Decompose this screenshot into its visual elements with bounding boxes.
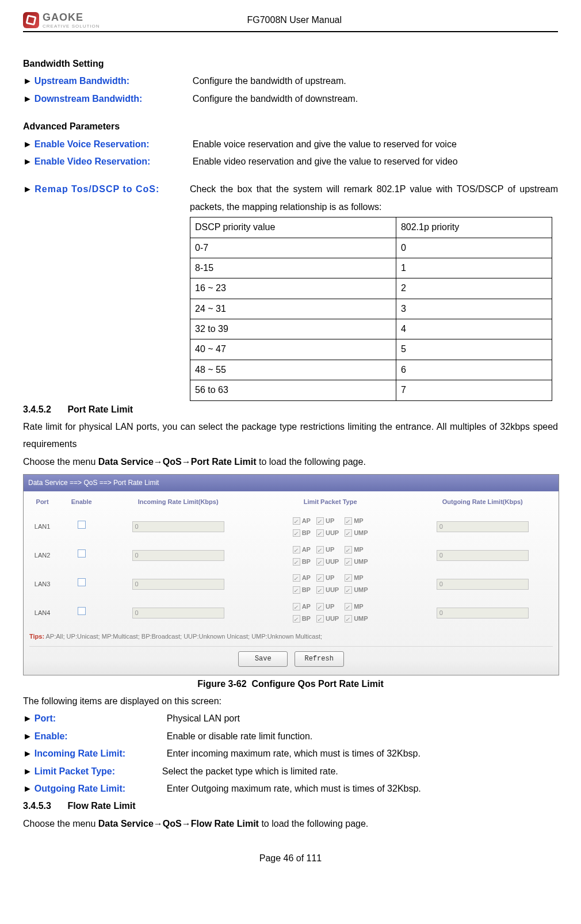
param-remap: ► Remap Tos/DSCP to CoS: Check the box t… <box>23 181 558 216</box>
checkbox-icon[interactable] <box>293 574 300 582</box>
save-button[interactable]: Save <box>238 651 288 667</box>
triangle-icon: ► <box>23 90 32 108</box>
packet-type-group: AP UP MP BP UUP UMP <box>257 515 404 539</box>
desc-downstream: Configure the bandwidth of downstream. <box>193 90 558 108</box>
outgoing-rate-input[interactable]: 0 <box>437 579 529 590</box>
param-incoming: ► Incoming Rate Limit: Enter incoming ma… <box>23 745 558 762</box>
param-upstream: ► Upstream Bandwidth: Configure the band… <box>23 72 558 90</box>
desc-port: Physical LAN port <box>167 710 558 727</box>
param-limit-packet-type: ►Limit Packet Type: Select the packet ty… <box>23 763 558 780</box>
packet-type-group: AP UP MP BP UUP UMP <box>257 601 404 625</box>
checkbox-icon[interactable] <box>345 546 352 553</box>
checkbox-icon[interactable] <box>316 558 324 566</box>
term-incoming: Incoming Rate Limit: <box>35 745 167 762</box>
checkbox-icon[interactable] <box>316 574 324 582</box>
checkbox-icon[interactable] <box>345 574 352 582</box>
checkbox-icon[interactable] <box>345 558 352 566</box>
checkbox-icon[interactable] <box>316 529 324 537</box>
col-outgoing: Outgoing Rate Limit(Kbps) <box>406 491 559 513</box>
col-port: Port <box>24 491 61 513</box>
figure-caption: Figure 3-62 Configure Qos Port Rate Limi… <box>23 675 558 693</box>
page-header: GAOKE CREATIVE SOLUTION FG7008N User Man… <box>23 12 558 32</box>
port-name: LAN3 <box>24 570 61 598</box>
triangle-icon: ► <box>23 763 32 780</box>
checkbox-icon[interactable] <box>293 517 300 525</box>
packet-type-group: AP UP MP BP UUP UMP <box>257 544 404 568</box>
col-enable: Enable <box>61 491 102 513</box>
section-3452-para2: Choose the menu Data Service→QoS→Port Ra… <box>23 453 558 471</box>
logo: GAOKE CREATIVE SOLUTION <box>23 12 100 29</box>
triangle-icon: ► <box>23 136 32 153</box>
checkbox-icon[interactable] <box>293 586 300 594</box>
desc-video-res: Enable video reservation and give the va… <box>193 153 558 170</box>
checkbox-icon[interactable] <box>293 615 300 623</box>
desc-incoming: Enter incoming maximum rate, which must … <box>167 745 558 762</box>
brand-tagline: CREATIVE SOLUTION <box>43 24 100 29</box>
term-upstream: Upstream Bandwidth: <box>35 72 193 90</box>
enable-checkbox[interactable] <box>78 549 86 558</box>
checkbox-icon[interactable] <box>316 546 324 553</box>
outgoing-rate-input[interactable]: 0 <box>437 521 529 532</box>
term-voice-res: Enable Voice Reservation: <box>35 136 193 153</box>
checkbox-icon[interactable] <box>345 603 352 610</box>
term-limit-pt: Limit Packet Type: <box>35 763 162 780</box>
checkbox-icon[interactable] <box>345 517 352 525</box>
desc-remap: Check the box that the system will remar… <box>190 181 558 216</box>
table-row: LAN3 0 AP UP MP BP UUP UMP 0 <box>24 570 559 598</box>
checkbox-icon[interactable] <box>293 603 300 610</box>
advanced-heading: Advanced Parameters <box>23 118 558 135</box>
checkbox-icon[interactable] <box>293 558 300 566</box>
checkbox-icon[interactable] <box>345 529 352 537</box>
outgoing-rate-input[interactable]: 0 <box>437 550 529 561</box>
col-incoming: Incoming Rate Limit(Kbps) <box>102 491 254 513</box>
port-name: LAN1 <box>24 513 61 541</box>
table-row: 0-70 <box>190 238 552 258</box>
col-packet-type: Limit Packet Type <box>254 491 407 513</box>
table-row: 40 ~ 475 <box>190 339 552 360</box>
incoming-rate-input[interactable]: 0 <box>132 579 224 590</box>
incoming-rate-input[interactable]: 0 <box>132 608 224 618</box>
outgoing-rate-input[interactable]: 0 <box>437 608 529 618</box>
table-row: 56 to 637 <box>190 380 552 400</box>
table-row: 48 ~ 556 <box>190 360 552 380</box>
checkbox-icon[interactable] <box>345 615 352 623</box>
checkbox-icon[interactable] <box>316 586 324 594</box>
checkbox-icon[interactable] <box>316 603 324 610</box>
triangle-icon: ► <box>23 745 32 762</box>
port-name: LAN2 <box>24 541 61 570</box>
priority-table: DSCP priority value 802.1p priority 0-70… <box>190 217 552 401</box>
th-dscp: DSCP priority value <box>190 217 396 238</box>
enable-checkbox[interactable] <box>78 607 86 615</box>
table-row: 16 ~ 232 <box>190 278 552 299</box>
param-port: ► Port: Physical LAN port <box>23 710 558 727</box>
table-row: 24 ~ 313 <box>190 299 552 319</box>
bandwidth-heading: Bandwidth Setting <box>23 55 558 72</box>
incoming-rate-input[interactable]: 0 <box>132 521 224 532</box>
checkbox-icon[interactable] <box>316 615 324 623</box>
triangle-icon: ► <box>23 153 32 170</box>
term-outgoing: Outgoing Rate Limit: <box>35 780 167 797</box>
incoming-rate-input[interactable]: 0 <box>132 550 224 561</box>
checkbox-icon[interactable] <box>293 546 300 553</box>
param-voice-res: ► Enable Voice Reservation: Enable voice… <box>23 136 558 153</box>
checkbox-icon[interactable] <box>345 586 352 594</box>
param-outgoing: ► Outgoing Rate Limit: Enter Outgoing ma… <box>23 780 558 797</box>
refresh-button[interactable]: Refresh <box>295 651 344 667</box>
enable-checkbox[interactable] <box>78 521 86 529</box>
desc-limit-pt: Select the packet type which is limited … <box>162 763 558 780</box>
items-intro: The following items are displayed on thi… <box>23 693 558 710</box>
brand-name: GAOKE <box>43 12 100 24</box>
document-title: FG7008N User Manual <box>100 15 489 25</box>
page-footer: Page 46 of 111 <box>23 850 558 867</box>
triangle-icon: ► <box>23 184 32 194</box>
section-3453-para: Choose the menu Data Service→QoS→Flow Ra… <box>23 815 558 833</box>
checkbox-icon[interactable] <box>316 517 324 525</box>
port-name: LAN4 <box>24 598 61 627</box>
section-3452-heading: 3.4.5.2 Port Rate Limit <box>23 401 558 418</box>
section-3452-para1: Rate limit for physical LAN ports, you c… <box>23 418 558 453</box>
logo-icon <box>23 12 39 28</box>
desc-upstream: Configure the bandwidth of upstream. <box>193 72 558 90</box>
enable-checkbox[interactable] <box>78 578 86 586</box>
checkbox-icon[interactable] <box>293 529 300 537</box>
desc-outgoing: Enter Outgoing maximum rate, which must … <box>167 780 558 797</box>
